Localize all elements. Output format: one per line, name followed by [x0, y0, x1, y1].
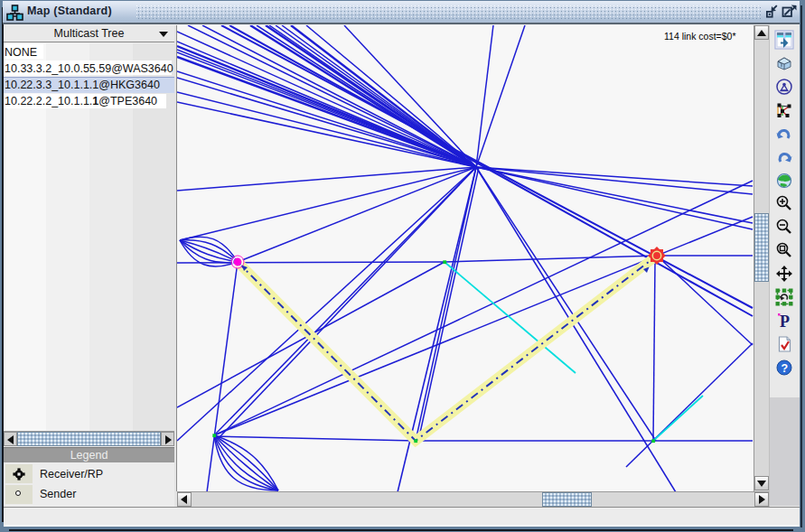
- svg-text:?: ?: [782, 362, 789, 375]
- svg-text:P: P: [780, 313, 790, 331]
